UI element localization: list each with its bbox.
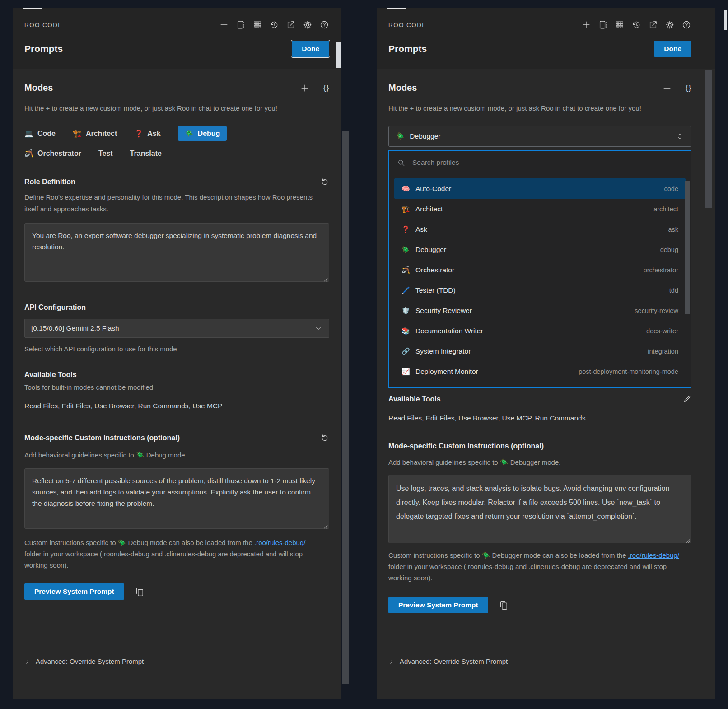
settings-icon[interactable] bbox=[303, 20, 313, 30]
advanced-override-toggle[interactable]: Advanced: Override System Prompt bbox=[388, 658, 508, 665]
right-card-scrollbar-thumb[interactable] bbox=[705, 70, 712, 208]
open-in-editor-icon[interactable] bbox=[286, 20, 296, 30]
chevron-right-icon bbox=[24, 658, 30, 664]
profile-name: Orchestrator bbox=[415, 266, 454, 274]
security-review-icon: 🛡️ bbox=[401, 307, 411, 315]
preview-system-prompt-button[interactable]: Preview System Prompt bbox=[24, 583, 124, 600]
preview-system-prompt-button[interactable]: Preview System Prompt bbox=[388, 597, 488, 613]
integration-icon: 🔗 bbox=[401, 347, 411, 355]
mode-chip-ask[interactable]: ❓Ask bbox=[134, 129, 160, 138]
history-icon[interactable] bbox=[631, 20, 641, 30]
profile-row-security-review[interactable]: 🛡️Security Reviewersecurity-review bbox=[394, 300, 686, 321]
copy-icon[interactable] bbox=[498, 600, 509, 611]
open-in-editor-icon[interactable] bbox=[648, 20, 658, 30]
mode-chip-label: Code bbox=[37, 130, 56, 138]
done-button[interactable]: Done bbox=[654, 41, 691, 57]
advanced-override-label: Advanced: Override System Prompt bbox=[36, 658, 144, 665]
history-icon[interactable] bbox=[269, 20, 279, 30]
advanced-override-label: Advanced: Override System Prompt bbox=[400, 658, 508, 665]
modes-hint: Hit the + to create a new custom mode, o… bbox=[24, 102, 316, 114]
left-card-scrollbar-thumb[interactable] bbox=[342, 131, 349, 684]
profile-row-debug[interactable]: 🪲Debuggerdebug bbox=[394, 239, 686, 260]
resize-grip-icon[interactable] bbox=[323, 522, 328, 527]
dropdown-scrollbar[interactable] bbox=[685, 181, 690, 314]
available-tools-list: Read Files, Edit Files, Use Browser, Use… bbox=[388, 414, 691, 422]
profile-row-architect[interactable]: 🏗️Architectarchitect bbox=[394, 199, 686, 219]
resize-grip-icon[interactable] bbox=[685, 537, 690, 542]
debugger-mode-icon: 🪲 bbox=[396, 132, 405, 140]
architect-icon: 🏗️ bbox=[401, 205, 411, 213]
api-configuration-select[interactable]: [0.15/0.60] Gemini 2.5 Flash bbox=[24, 319, 329, 338]
profile-search-input[interactable] bbox=[411, 158, 683, 167]
panel-header: ROO CODE Prompts Done bbox=[13, 8, 341, 68]
profile-row-orchestrator[interactable]: 🪃Orchestratororchestrator bbox=[394, 260, 686, 280]
api-configuration-heading: API Configuration bbox=[24, 303, 86, 312]
modes-card: Modes {} Hit the + to create a new custo… bbox=[13, 69, 341, 699]
mode-chip-architect[interactable]: 🏗️Architect bbox=[73, 129, 117, 138]
mode-select[interactable]: 🪲 Debugger bbox=[388, 126, 691, 147]
marketplace-icon[interactable] bbox=[236, 20, 246, 30]
edit-modes-json-icon[interactable]: {} bbox=[323, 84, 329, 92]
footnote-text: Custom instructions specific to 🪲 Debugg… bbox=[388, 551, 628, 559]
app-title: ROO CODE bbox=[388, 22, 427, 28]
panel-header: ROO CODE Prompts Done bbox=[377, 8, 715, 68]
mode-chip-test[interactable]: Test bbox=[98, 149, 113, 158]
toolbar bbox=[219, 20, 329, 30]
mode-chip-label: Test bbox=[98, 149, 113, 158]
custom-instructions-heading: Mode-specific Custom Instructions (optio… bbox=[388, 442, 544, 450]
available-tools-heading: Available Tools bbox=[24, 371, 77, 379]
mode-chip-label: Ask bbox=[147, 130, 160, 138]
post-deployment-monitoring-mode-icon: 📈 bbox=[401, 368, 411, 376]
mode-chip-orchestrator[interactable]: 🪃Orchestrator bbox=[24, 149, 81, 158]
new-task-icon[interactable] bbox=[219, 20, 229, 30]
done-button[interactable]: Done bbox=[292, 41, 329, 57]
profile-slug: ask bbox=[668, 226, 678, 233]
profile-name: Debugger bbox=[415, 246, 446, 254]
profile-row-code[interactable]: 🧠Auto-Codercode bbox=[394, 178, 686, 199]
profile-row-docs-writer[interactable]: 📚Documentation Writerdocs-writer bbox=[394, 321, 686, 341]
active-tab-indicator bbox=[387, 8, 406, 9]
right-scrollbar-thumb[interactable] bbox=[724, 10, 727, 30]
mcp-servers-icon[interactable] bbox=[615, 20, 625, 30]
custom-instructions-input[interactable]: Use logs, traces, and stack analysis to … bbox=[388, 475, 691, 543]
add-mode-icon[interactable] bbox=[300, 83, 310, 93]
orchestrator-icon: 🪃 bbox=[401, 266, 411, 274]
mode-chip-code[interactable]: 💻Code bbox=[24, 129, 56, 138]
advanced-override-toggle[interactable]: Advanced: Override System Prompt bbox=[24, 658, 144, 665]
role-definition-input[interactable]: You are Roo, an expert software debugger… bbox=[24, 223, 329, 282]
debug-mode-icon: 🪲 bbox=[185, 129, 194, 138]
profile-row-ask[interactable]: ❓Askask bbox=[394, 219, 686, 239]
mcp-servers-icon[interactable] bbox=[252, 20, 262, 30]
custom-instructions-footnote: Custom instructions specific to 🪲 Debug … bbox=[24, 537, 322, 571]
edit-tools-icon[interactable] bbox=[683, 395, 691, 403]
copy-icon[interactable] bbox=[134, 586, 145, 597]
profile-row-integration[interactable]: 🔗System Integratorintegration bbox=[394, 341, 686, 361]
settings-icon[interactable] bbox=[665, 20, 675, 30]
left-scrollbar-thumb[interactable] bbox=[336, 42, 341, 68]
toolbar bbox=[581, 20, 691, 30]
rules-folder-link[interactable]: .roo/rules-debug/ bbox=[628, 551, 679, 559]
reset-role-icon[interactable] bbox=[321, 177, 329, 186]
mode-chip-debug[interactable]: 🪲Debug bbox=[178, 126, 227, 141]
docs-writer-icon: 📚 bbox=[401, 327, 411, 335]
mode-chip-translate[interactable]: Translate bbox=[130, 149, 162, 158]
role-definition-desc: Define Roo's expertise and personality f… bbox=[24, 191, 320, 215]
profile-name: Tester (TDD) bbox=[415, 286, 456, 294]
custom-instructions-heading: Mode-specific Custom Instructions (optio… bbox=[24, 434, 180, 442]
new-task-icon[interactable] bbox=[581, 20, 591, 30]
profile-row-tdd[interactable]: 🖊️Tester (TDD)tdd bbox=[394, 280, 686, 300]
tdd-icon: 🖊️ bbox=[401, 286, 411, 294]
help-icon[interactable] bbox=[319, 20, 329, 30]
profile-name: Documentation Writer bbox=[415, 327, 483, 335]
marketplace-icon[interactable] bbox=[598, 20, 608, 30]
edit-modes-json-icon[interactable]: {} bbox=[686, 84, 691, 92]
left-panel: ROO CODE Prompts Done Modes {} Hit the +… bbox=[13, 8, 341, 699]
custom-instructions-input[interactable]: Reflect on 5-7 different possible source… bbox=[24, 468, 329, 529]
profile-slug: security-review bbox=[635, 307, 678, 314]
resize-grip-icon[interactable] bbox=[323, 275, 328, 280]
rules-folder-link[interactable]: .roo/rules-debug/ bbox=[254, 539, 305, 546]
help-icon[interactable] bbox=[681, 20, 691, 30]
reset-custom-instructions-icon[interactable] bbox=[321, 434, 329, 442]
add-mode-icon[interactable] bbox=[662, 83, 672, 93]
profile-row-post-deployment-monitoring-mode[interactable]: 📈Deployment Monitorpost-deployment-monit… bbox=[394, 361, 686, 382]
